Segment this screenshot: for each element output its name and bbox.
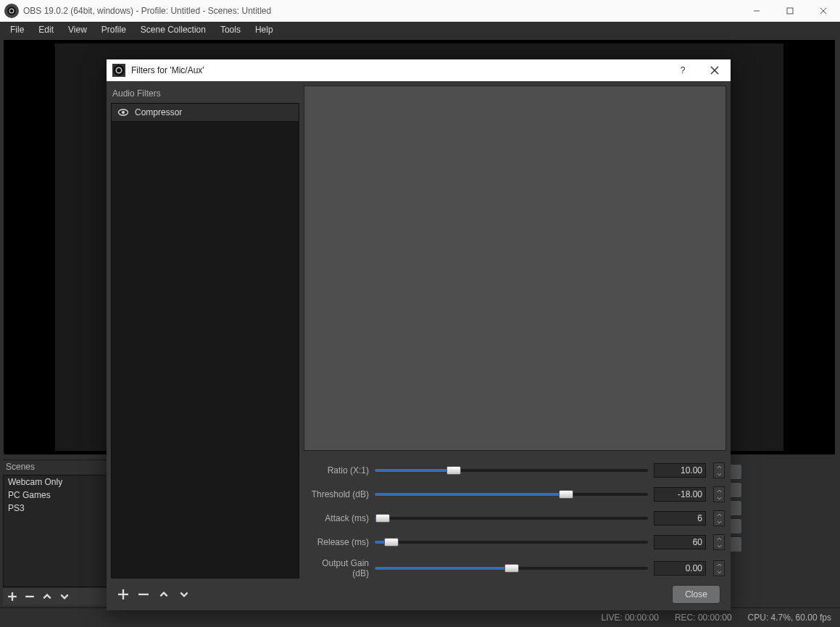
spinner-up-icon[interactable] [714, 463, 724, 470]
window-minimize-button[interactable] [740, 0, 773, 22]
param-spinner[interactable] [713, 486, 725, 502]
svg-point-0 [7, 7, 16, 15]
menu-scene-collection[interactable]: Scene Collection [133, 22, 213, 37]
filters-dialog: Filters for 'Mic/Aux' ? Audio Filters [107, 59, 731, 610]
param-label: Ratio (X:1) [305, 465, 369, 476]
param-row: Ratio (X:1)10.00 [305, 462, 725, 478]
menu-help[interactable]: Help [248, 22, 280, 37]
obs-logo-icon [4, 4, 19, 18]
spinner-down-icon[interactable] [714, 542, 724, 549]
param-label: Release (ms) [305, 537, 369, 547]
spinner-up-icon[interactable] [714, 535, 724, 542]
dialog-close-button[interactable]: Close [672, 585, 720, 604]
window-titlebar: OBS 19.0.2 (64bit, windows) - Profile: U… [0, 0, 840, 22]
spinner-up-icon[interactable] [714, 487, 724, 494]
param-spinner[interactable] [713, 560, 725, 576]
spinner-down-icon[interactable] [714, 494, 724, 502]
menu-profile[interactable]: Profile [94, 22, 133, 37]
visibility-icon[interactable] [117, 107, 129, 118]
menu-tools[interactable]: Tools [213, 22, 248, 37]
param-value-input[interactable]: 6 [654, 511, 706, 526]
svg-rect-3 [787, 8, 793, 14]
filters-list[interactable]: Compressor [111, 103, 299, 578]
audio-filters-label: Audio Filters [111, 86, 299, 103]
menu-view[interactable]: View [61, 22, 94, 37]
param-row: Release (ms)60 [305, 534, 725, 550]
menubar: File Edit View Profile Scene Collection … [0, 22, 840, 38]
param-spinner[interactable] [713, 462, 725, 478]
param-slider[interactable] [375, 465, 648, 476]
param-label: Threshold (dB) [305, 489, 369, 499]
filter-item-compressor[interactable]: Compressor [112, 104, 299, 122]
status-live: LIVE: 00:00:00 [601, 613, 658, 623]
add-icon[interactable] [118, 589, 128, 599]
dialog-help-button[interactable]: ? [667, 59, 699, 81]
window-close-button[interactable] [807, 0, 840, 22]
remove-icon[interactable] [138, 589, 149, 599]
obs-logo-icon [112, 64, 125, 77]
remove-icon[interactable] [25, 591, 35, 602]
param-spinner[interactable] [713, 510, 725, 526]
param-value-input[interactable]: -18.00 [654, 487, 706, 502]
dialog-close-icon[interactable] [699, 59, 731, 81]
filter-settings-panel: Ratio (X:1)10.00Threshold (dB)-18.00Atta… [304, 86, 726, 578]
param-label: Output Gain (dB) [305, 558, 369, 578]
dialog-title: Filters for 'Mic/Aux' [131, 65, 204, 75]
param-row: Threshold (dB)-18.00 [305, 486, 725, 502]
move-down-icon[interactable] [59, 591, 70, 602]
add-icon[interactable] [7, 591, 17, 602]
param-slider[interactable] [375, 562, 648, 574]
status-rec: REC: 00:00:00 [675, 613, 732, 623]
param-slider[interactable] [375, 512, 648, 524]
window-maximize-button[interactable] [773, 0, 807, 22]
param-slider[interactable] [375, 536, 648, 548]
menu-file[interactable]: File [3, 22, 31, 37]
param-row: Output Gain (dB)0.00 [305, 558, 725, 578]
spinner-down-icon[interactable] [714, 470, 724, 478]
filters-list-panel: Audio Filters Compressor [111, 86, 299, 578]
spinner-up-icon[interactable] [714, 561, 724, 568]
spinner-down-icon[interactable] [714, 518, 724, 526]
param-slider[interactable] [375, 489, 648, 500]
param-value-input[interactable]: 10.00 [654, 463, 706, 478]
param-row: Attack (ms)6 [305, 510, 725, 526]
param-value-input[interactable]: 60 [654, 535, 706, 549]
param-label: Attack (ms) [305, 513, 369, 523]
window-title: OBS 19.0.2 (64bit, windows) - Profile: U… [23, 6, 271, 16]
filter-preview [304, 86, 726, 451]
menu-edit[interactable]: Edit [31, 22, 61, 37]
svg-point-19 [122, 111, 125, 114]
move-down-icon[interactable] [179, 589, 189, 599]
param-value-input[interactable]: 0.00 [654, 561, 706, 576]
status-bar: LIVE: 00:00:00 REC: 00:00:00 CPU: 4.7%, … [0, 607, 840, 627]
svg-point-14 [114, 65, 125, 76]
spinner-up-icon[interactable] [714, 511, 724, 518]
param-spinner[interactable] [713, 534, 725, 550]
dialog-titlebar: Filters for 'Mic/Aux' ? [107, 59, 731, 81]
filter-item-label: Compressor [135, 107, 182, 117]
move-up-icon[interactable] [159, 589, 169, 599]
move-up-icon[interactable] [42, 591, 52, 602]
status-cpu: CPU: 4.7%, 60.00 fps [748, 613, 831, 623]
spinner-down-icon[interactable] [714, 568, 724, 576]
